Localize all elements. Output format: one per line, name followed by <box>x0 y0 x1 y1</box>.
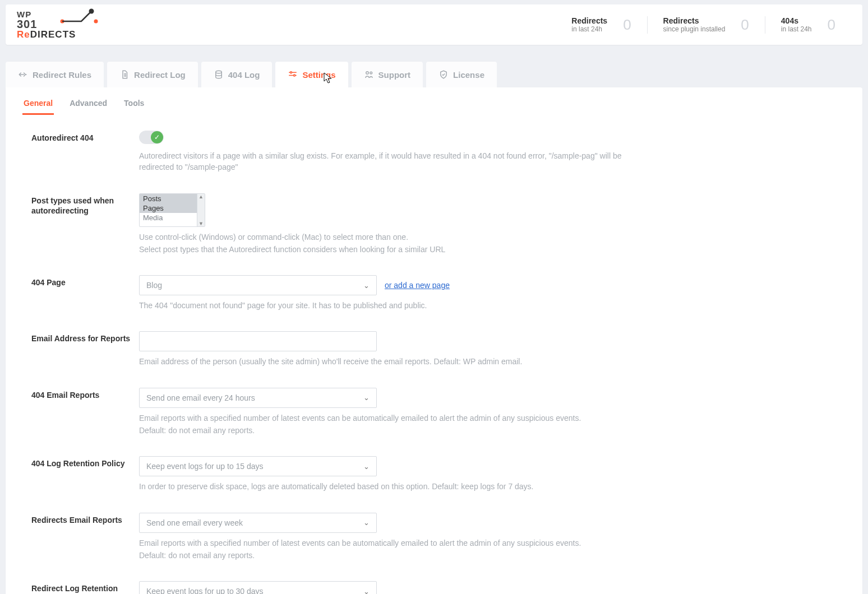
label-404-reports: 404 Email Reports <box>31 388 139 401</box>
support-icon <box>364 69 374 80</box>
help-404-retention: In order to preserve disk space, logs ar… <box>139 481 655 492</box>
chevron-down-icon: ⌄ <box>363 518 370 527</box>
tab-label: License <box>453 70 484 80</box>
redirect-icon <box>18 69 28 80</box>
row-404-retention: 404 Log Retention Policy Keep event logs… <box>31 456 846 492</box>
tab-label: 404 Log <box>228 70 260 80</box>
multiselect-posttypes[interactable]: Posts Pages Media ▲ ▼ <box>139 193 205 227</box>
select-redirect-retention[interactable]: Keep event logs for up to 30 days ⌄ <box>139 581 377 594</box>
help-404-reports-1: Email reports with a specified number of… <box>139 412 655 424</box>
svg-point-4 <box>290 72 292 73</box>
subtab-advanced[interactable]: Advanced <box>68 94 108 115</box>
subtab-tools[interactable]: Tools <box>123 94 145 115</box>
row-email: Email Address for Reports Email address … <box>31 331 846 367</box>
stat-title: Redirects <box>663 16 726 25</box>
option-pages[interactable]: Pages <box>140 203 205 213</box>
label-404-retention: 404 Log Retention Policy <box>31 456 139 469</box>
chevron-down-icon: ⌄ <box>363 281 370 290</box>
settings-panel: General Advanced Tools Autoredirect 404 … <box>6 87 862 594</box>
stat-404s-24h: 404s in last 24h 0 <box>765 16 851 34</box>
tab-settings[interactable]: Settings <box>275 62 348 87</box>
sliders-icon <box>288 69 298 80</box>
stat-sub: in last 24h <box>781 25 812 33</box>
logo-301: 301 <box>17 18 37 30</box>
help-redirects-reports-2: Default: do not email any reports. <box>139 550 655 561</box>
subtabs: General Advanced Tools <box>6 87 862 115</box>
stat-sub: since plugin installed <box>663 25 726 33</box>
header-stats: Redirects in last 24h 0 Redirects since … <box>556 16 851 34</box>
svg-point-7 <box>370 72 372 74</box>
select-404-retention[interactable]: Keep event logs for up to 15 days ⌄ <box>139 456 377 476</box>
document-icon <box>119 69 130 80</box>
label-email: Email Address for Reports <box>31 331 139 344</box>
help-email: Email address of the person (usually the… <box>139 356 655 367</box>
label-redirects-reports: Redirects Email Reports <box>31 513 139 526</box>
select-value: Blog <box>146 281 162 290</box>
tab-label: Settings <box>302 70 335 80</box>
tab-support[interactable]: Support <box>352 62 423 87</box>
row-404page: 404 Page Blog ⌄ or add a new page The 40… <box>31 275 846 311</box>
label-404page: 404 Page <box>31 275 139 288</box>
select-value: Keep event logs for up to 15 days <box>146 462 264 471</box>
chevron-down-icon: ⌄ <box>363 462 370 471</box>
option-media[interactable]: Media <box>140 213 205 222</box>
row-autoredirect: Autoredirect 404 ✓ Autoredirect visitors… <box>31 131 846 173</box>
label-redirect-retention: Redirect Log Retention Policy <box>31 581 139 594</box>
row-posttypes: Post types used when autoredirecting Pos… <box>31 193 846 256</box>
label-autoredirect: Autoredirect 404 <box>31 131 139 143</box>
svg-point-2 <box>94 19 98 23</box>
svg-point-3 <box>215 71 221 73</box>
label-posttypes: Post types used when autoredirecting <box>31 193 139 217</box>
header: WP 301 ReDIRECTS Redirects in last 24h 0 <box>6 4 862 45</box>
check-icon: ✓ <box>151 131 163 143</box>
tab-404-log[interactable]: 404 Log <box>201 62 273 87</box>
scroll-up-icon[interactable]: ▲ <box>198 194 204 199</box>
tab-redirect-log[interactable]: Redirect Log <box>107 62 198 87</box>
toggle-autoredirect[interactable]: ✓ <box>139 131 164 144</box>
stat-title: 404s <box>781 16 812 25</box>
tab-license[interactable]: License <box>426 62 497 87</box>
scrollbar[interactable]: ▲ ▼ <box>197 194 205 226</box>
logo-directs: DIRECTS <box>30 29 76 40</box>
stat-value: 0 <box>828 16 835 34</box>
select-404-reports[interactable]: Send one email every 24 hours ⌄ <box>139 388 377 408</box>
select-value: Send one email every 24 hours <box>146 393 255 402</box>
shield-icon <box>438 69 449 80</box>
tab-label: Redirect Log <box>134 70 186 80</box>
row-404-reports: 404 Email Reports Send one email every 2… <box>31 388 846 437</box>
chevron-down-icon: ⌄ <box>363 587 370 594</box>
option-posts[interactable]: Posts <box>140 194 205 203</box>
help-posttypes-1: Use control-click (Windows) or command-c… <box>139 231 655 243</box>
chevron-down-icon: ⌄ <box>363 393 370 402</box>
logo: WP 301 ReDIRECTS <box>17 10 98 39</box>
help-autoredirect: Autoredirect visitors if a page with a s… <box>139 150 655 173</box>
stat-redirects-24h: Redirects in last 24h 0 <box>556 16 647 34</box>
row-redirects-reports: Redirects Email Reports Send one email e… <box>31 513 846 561</box>
svg-point-6 <box>366 72 368 75</box>
logo-wp: WP <box>17 10 31 18</box>
tab-label: Redirect Rules <box>33 70 91 80</box>
select-redirects-reports[interactable]: Send one email every week ⌄ <box>139 513 377 533</box>
logo-glyph-icon <box>59 8 98 26</box>
database-icon <box>214 69 224 80</box>
select-value: Send one email every week <box>146 518 243 527</box>
svg-point-5 <box>294 75 296 76</box>
help-posttypes-2: Select post types that the Autoredirect … <box>139 244 655 255</box>
scroll-down-icon[interactable]: ▼ <box>198 221 204 226</box>
svg-point-1 <box>89 8 94 13</box>
main-tabs: Redirect Rules Redirect Log 404 Log Sett… <box>6 62 862 87</box>
tab-label: Support <box>378 70 411 80</box>
stat-redirects-total: Redirects since plugin installed 0 <box>647 16 765 34</box>
help-redirects-reports-1: Email reports with a specified number of… <box>139 537 655 549</box>
input-email[interactable] <box>139 331 377 351</box>
subtab-general[interactable]: General <box>22 94 54 115</box>
tab-redirect-rules[interactable]: Redirect Rules <box>6 62 104 87</box>
stat-title: Redirects <box>571 16 607 25</box>
stat-sub: in last 24h <box>571 25 607 33</box>
row-redirect-retention: Redirect Log Retention Policy Keep event… <box>31 581 846 594</box>
stat-value: 0 <box>741 16 749 34</box>
link-add-page[interactable]: or add a new page <box>385 281 450 290</box>
select-404page[interactable]: Blog ⌄ <box>139 275 377 295</box>
logo-re: Re <box>17 29 30 40</box>
stat-value: 0 <box>623 16 631 34</box>
